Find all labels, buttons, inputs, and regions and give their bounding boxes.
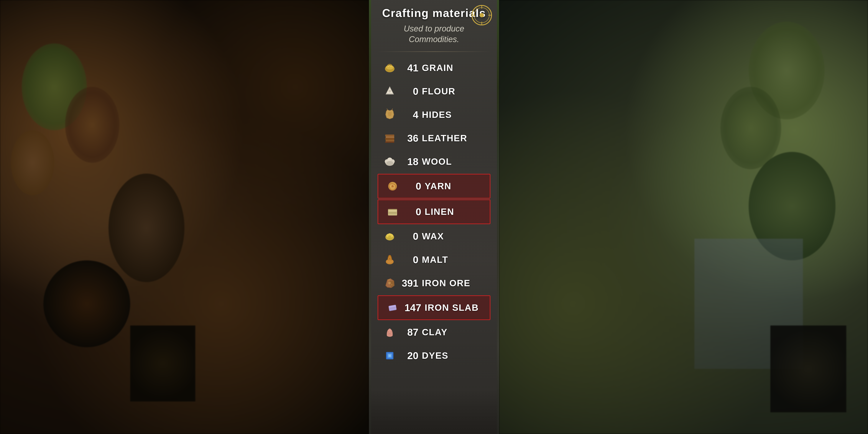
- linen-count: 0: [404, 206, 421, 218]
- wax-icon: [382, 228, 398, 244]
- panel-title: Crafting materials: [382, 6, 486, 20]
- flour-name: FLOUR: [422, 86, 456, 97]
- iron-slab-count: 147: [404, 302, 421, 314]
- svg-point-9: [388, 66, 389, 67]
- svg-point-14: [389, 90, 391, 92]
- iron-ore-name: IRON ORE: [422, 278, 470, 288]
- item-row-dyes[interactable]: 20 DYES: [375, 344, 493, 367]
- dyes-name: DYES: [422, 350, 448, 361]
- item-row-grain[interactable]: 41 GRAIN: [375, 56, 493, 80]
- svg-rect-18: [385, 136, 394, 138]
- svg-rect-33: [389, 214, 397, 215]
- svg-line-15: [387, 108, 388, 110]
- yarn-name: YARN: [425, 181, 452, 191]
- crafting-panel: Crafting materials Used to produce Commo…: [371, 0, 497, 434]
- grain-count: 41: [401, 62, 418, 74]
- grain-icon: [382, 60, 398, 76]
- divider: [377, 52, 491, 52]
- background-left: [0, 0, 369, 434]
- linen-icon: [385, 204, 400, 220]
- yarn-icon: [385, 178, 400, 194]
- svg-point-46: [388, 330, 392, 332]
- hides-count: 4: [401, 109, 418, 121]
- wax-name: WAX: [422, 231, 444, 242]
- panel-subtitle: Used to produce Commodities.: [404, 24, 464, 45]
- svg-point-10: [391, 66, 392, 67]
- wool-count: 18: [401, 156, 418, 167]
- svg-point-29: [392, 185, 394, 187]
- clay-icon: [382, 324, 398, 340]
- svg-rect-31: [389, 210, 397, 212]
- leather-name: LEATHER: [422, 133, 467, 144]
- item-row-flour[interactable]: 0 FLOUR: [375, 80, 493, 103]
- item-row-linen[interactable]: 0 LINEN: [378, 199, 490, 224]
- flour-count: 0: [401, 86, 418, 97]
- malt-count: 0: [401, 254, 418, 266]
- svg-point-37: [388, 236, 392, 239]
- item-row-malt[interactable]: 0 Malt: [375, 248, 493, 272]
- svg-rect-19: [385, 138, 394, 140]
- item-row-leather[interactable]: 36 LEATHER: [375, 126, 493, 150]
- item-row-clay[interactable]: 87 CLAY: [375, 320, 493, 344]
- svg-point-26: [386, 161, 393, 165]
- linen-name: LINEN: [425, 207, 454, 217]
- svg-line-16: [392, 108, 393, 110]
- background-right: [499, 0, 868, 434]
- iron-ore-icon: [382, 275, 398, 291]
- wool-name: WOOL: [422, 156, 452, 167]
- svg-point-39: [387, 259, 393, 263]
- svg-point-40: [388, 282, 391, 284]
- flour-icon: [382, 84, 398, 99]
- svg-point-2: [479, 13, 484, 18]
- svg-rect-34: [388, 209, 397, 210]
- svg-point-11: [389, 65, 391, 66]
- yarn-count: 0: [404, 180, 421, 192]
- item-row-yarn[interactable]: 0 YARN: [378, 174, 490, 198]
- iron-slab-icon: [385, 300, 400, 315]
- item-row-hides[interactable]: 4 HIDES: [375, 103, 493, 126]
- wool-icon: [382, 154, 398, 169]
- clay-name: CLAY: [422, 327, 447, 337]
- svg-rect-32: [389, 212, 397, 214]
- items-list: 41 GRAIN 0 FLOUR: [371, 56, 497, 367]
- hides-icon: [382, 107, 398, 123]
- iron-slab-name: IRON SLAB: [425, 303, 479, 313]
- grain-name: GRAIN: [422, 63, 453, 73]
- wax-count: 0: [401, 230, 418, 242]
- svg-rect-20: [385, 140, 394, 142]
- hides-name: HIDES: [422, 110, 452, 120]
- item-row-wool[interactable]: 18 WOOL: [375, 150, 493, 174]
- compass-icon: [471, 4, 493, 26]
- item-row-iron-ore[interactable]: 391 IRON ORE: [375, 272, 493, 295]
- iron-ore-count: 391: [401, 277, 418, 289]
- svg-point-41: [391, 284, 393, 286]
- svg-rect-21: [385, 142, 394, 143]
- malt-name: Malt: [422, 254, 448, 265]
- item-row-iron-slab[interactable]: 147 IRON SLAB: [378, 295, 490, 320]
- svg-rect-50: [389, 354, 391, 357]
- svg-rect-17: [385, 134, 394, 136]
- leather-icon: [382, 130, 398, 146]
- clay-count: 87: [401, 327, 418, 338]
- item-row-wax[interactable]: 0 WAX: [375, 225, 493, 248]
- leather-count: 36: [401, 132, 418, 144]
- bottom-fade: [371, 391, 497, 434]
- dyes-count: 20: [401, 350, 418, 362]
- dyes-icon: [382, 348, 398, 364]
- malt-icon: [382, 252, 398, 268]
